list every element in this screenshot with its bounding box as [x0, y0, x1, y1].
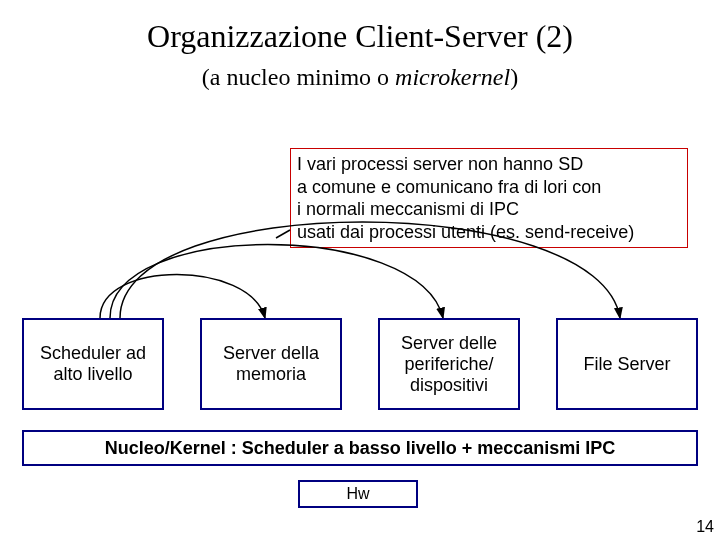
subtitle-italic: microkernel [395, 64, 510, 90]
box-device-server: Server delle periferiche/ dispositivi [378, 318, 520, 410]
box-file-server: File Server [556, 318, 698, 410]
kernel-row: Nucleo/Kernel : Scheduler a basso livell… [22, 430, 698, 466]
info-line: usati dai processi utenti (es. send-rece… [297, 221, 681, 244]
slide-title: Organizzazione Client-Server (2) [0, 18, 720, 55]
server-boxes-row: Scheduler ad alto livello Server della m… [22, 318, 698, 410]
box-scheduler: Scheduler ad alto livello [22, 318, 164, 410]
info-line: i normali meccanismi di IPC [297, 198, 681, 221]
slide-subtitle: (a nucleo minimo o microkernel) [0, 64, 720, 91]
subtitle-prefix: (a nucleo minimo o [202, 64, 395, 90]
info-line: I vari processi server non hanno SD [297, 153, 681, 176]
info-line: a comune e comunicano fra di lori con [297, 176, 681, 199]
page-number: 14 [696, 518, 714, 536]
box-memory-server: Server della memoria [200, 318, 342, 410]
info-callout: I vari processi server non hanno SD a co… [290, 148, 688, 248]
hw-box: Hw [298, 480, 418, 508]
subtitle-suffix: ) [510, 64, 518, 90]
